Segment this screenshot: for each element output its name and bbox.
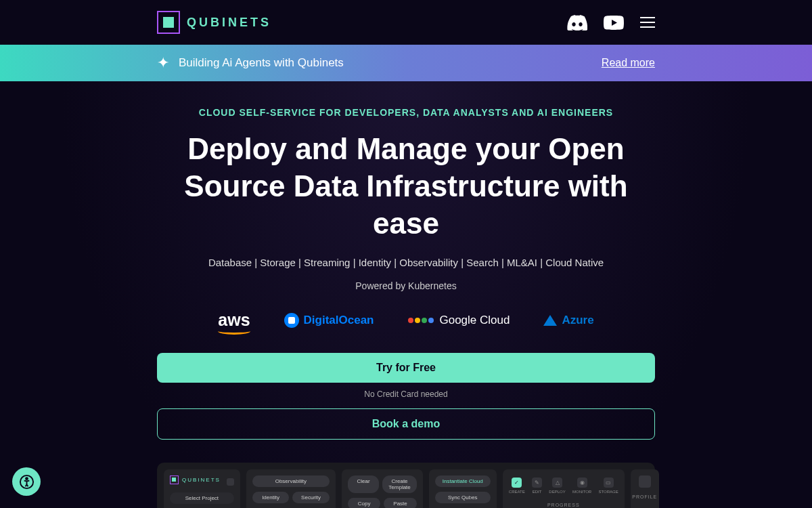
copy-button[interactable]: Copy bbox=[348, 498, 381, 508]
menu-icon[interactable] bbox=[640, 17, 655, 28]
try-free-button[interactable]: Try for Free bbox=[157, 353, 655, 383]
cloud-panel: Instantiate Cloud Sync Qubes CLOUD bbox=[429, 469, 497, 508]
profile-label: PROFILE bbox=[632, 494, 657, 499]
collapse-icon[interactable] bbox=[227, 478, 234, 486]
paste-button[interactable]: Paste bbox=[384, 498, 417, 508]
brand-logo[interactable]: QUBINETS bbox=[157, 11, 271, 34]
instantiate-cloud-button[interactable]: Instantiate Cloud bbox=[435, 475, 491, 487]
youtube-icon[interactable] bbox=[604, 16, 624, 30]
top-nav: QUBINETS bbox=[0, 0, 812, 45]
hero-subhead: Database | Storage | Streaming | Identit… bbox=[157, 257, 655, 268]
brand-name: QUBINETS bbox=[187, 16, 271, 30]
cloud-providers: aws DigitalOcean Google Cloud Azure bbox=[157, 310, 655, 330]
hero-headline: Deploy and Manage your Open Source Data … bbox=[157, 130, 655, 242]
step-create[interactable]: ✓CREATE bbox=[509, 478, 525, 494]
hero-eyebrow: CLOUD SELF-SERVICE FOR DEVELOPERS, DATA … bbox=[157, 107, 655, 118]
clear-button[interactable]: Clear bbox=[348, 475, 380, 493]
hero-powered: Powered by Kubernetes bbox=[157, 280, 655, 291]
workspace-panel: Clear Create Template Copy Paste WORKSPA… bbox=[342, 469, 423, 508]
profile-panel[interactable]: PROFILE bbox=[631, 469, 659, 508]
step-storage[interactable]: ▭STORAGE bbox=[599, 478, 618, 494]
logo-icon bbox=[157, 11, 180, 34]
security-pill[interactable]: Security bbox=[292, 492, 330, 503]
profile-icon bbox=[639, 475, 651, 488]
book-demo-button[interactable]: Book a demo bbox=[157, 408, 655, 440]
sparkle-icon: ✦ bbox=[157, 54, 169, 72]
create-template-button[interactable]: Create Template bbox=[382, 475, 416, 493]
cta-caption: No Credit Card needed bbox=[157, 389, 655, 399]
digitalocean-logo: DigitalOcean bbox=[284, 313, 374, 328]
features-panel: Observability Identity Security FEATURES bbox=[246, 469, 336, 508]
svg-point-1 bbox=[26, 478, 28, 480]
select-project-button[interactable]: Select Project bbox=[170, 492, 234, 504]
progress-label: PROGRESS bbox=[509, 503, 618, 507]
announcement-banner: ✦ Building Ai Agents with Qubinets Read … bbox=[0, 45, 812, 81]
sync-qubes-button[interactable]: Sync Qubes bbox=[435, 492, 491, 503]
identity-pill[interactable]: Identity bbox=[252, 492, 290, 503]
observability-pill[interactable]: Observability bbox=[252, 475, 330, 487]
step-deploy[interactable]: △DEPLOY bbox=[549, 478, 565, 494]
googlecloud-logo: Google Cloud bbox=[407, 314, 510, 327]
step-edit[interactable]: ✎EDIT bbox=[532, 478, 542, 494]
app-logo: QUBINETS bbox=[170, 475, 221, 484]
azure-logo: Azure bbox=[543, 314, 593, 327]
accessibility-fab[interactable] bbox=[12, 467, 41, 496]
banner-read-more-link[interactable]: Read more bbox=[602, 57, 655, 69]
progress-panel: ✓CREATE ✎EDIT △DEPLOY ◉MONITOR ▭STORAGE … bbox=[503, 469, 625, 508]
app-sidebar: QUBINETS Select Project PROJECT Data Sys… bbox=[164, 469, 240, 508]
app-screenshot: QUBINETS Select Project PROJECT Data Sys… bbox=[157, 463, 655, 508]
hero: CLOUD SELF-SERVICE FOR DEVELOPERS, DATA … bbox=[0, 81, 812, 508]
nav-actions bbox=[567, 15, 655, 30]
step-monitor[interactable]: ◉MONITOR bbox=[572, 478, 591, 494]
discord-icon[interactable] bbox=[567, 15, 587, 30]
aws-logo: aws bbox=[218, 310, 250, 330]
banner-text: Building Ai Agents with Qubinets bbox=[179, 56, 344, 70]
